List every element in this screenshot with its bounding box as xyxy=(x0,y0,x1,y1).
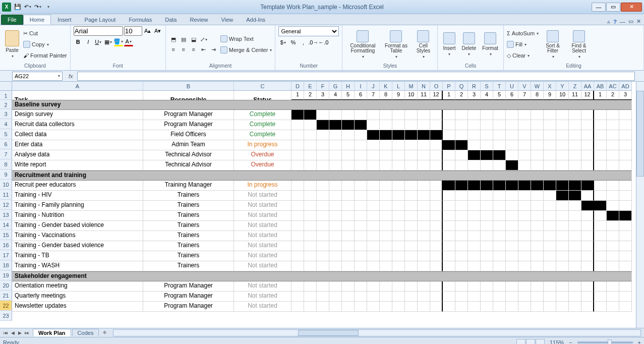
cell[interactable] xyxy=(405,302,418,312)
row-header[interactable]: 21 xyxy=(0,291,12,301)
row-header[interactable]: 2 xyxy=(0,100,12,109)
cell[interactable] xyxy=(607,211,619,221)
cell[interactable] xyxy=(355,130,367,140)
cell[interactable] xyxy=(569,120,581,130)
cell[interactable] xyxy=(392,181,405,191)
vertical-scrollbar[interactable] xyxy=(636,82,644,328)
cell[interactable] xyxy=(367,201,380,211)
cell[interactable] xyxy=(304,110,317,120)
cell[interactable] xyxy=(355,181,367,191)
cell[interactable] xyxy=(430,231,443,241)
cell[interactable] xyxy=(304,292,317,302)
cell[interactable] xyxy=(291,130,304,140)
undo-icon[interactable]: ↶▾ xyxy=(23,3,32,12)
cell[interactable] xyxy=(317,281,329,292)
col-header[interactable]: AC xyxy=(607,82,619,91)
cell[interactable] xyxy=(556,191,569,201)
cell[interactable] xyxy=(392,140,405,150)
cell[interactable] xyxy=(569,231,581,241)
cell[interactable]: Complete xyxy=(234,120,291,130)
cell[interactable] xyxy=(443,251,455,261)
cell[interactable] xyxy=(355,281,367,292)
worksheet[interactable]: ABCDEFGHIJKLMNOPQRSTUVWXYZAAABACAD 12345… xyxy=(0,82,644,328)
cell[interactable] xyxy=(355,120,367,130)
currency-icon[interactable]: $▾ xyxy=(278,38,287,47)
cell[interactable] xyxy=(518,140,531,150)
cell[interactable] xyxy=(380,292,392,302)
cell[interactable] xyxy=(607,150,619,160)
cell[interactable] xyxy=(380,140,392,150)
cell[interactable] xyxy=(304,181,317,191)
cell[interactable] xyxy=(468,130,481,140)
cell[interactable] xyxy=(607,130,619,140)
cell[interactable] xyxy=(329,181,342,191)
cell[interactable] xyxy=(518,231,531,241)
cell[interactable] xyxy=(581,130,594,140)
formula-bar[interactable] xyxy=(77,72,635,81)
cell[interactable] xyxy=(569,110,581,120)
cell[interactable] xyxy=(607,292,619,302)
cell[interactable]: Not started xyxy=(234,201,291,211)
cell[interactable] xyxy=(392,191,405,201)
cell[interactable] xyxy=(455,231,468,241)
cell[interactable] xyxy=(329,261,342,271)
cell[interactable] xyxy=(518,241,531,251)
cell[interactable] xyxy=(430,261,443,271)
cell[interactable] xyxy=(531,281,544,292)
cell[interactable]: Not started xyxy=(234,241,291,251)
cell[interactable] xyxy=(317,150,329,160)
hscroll-thumb[interactable] xyxy=(298,330,359,336)
cell[interactable] xyxy=(455,130,468,140)
cell[interactable] xyxy=(619,120,632,130)
tab-file[interactable]: File xyxy=(1,15,23,25)
cell[interactable]: Not started xyxy=(234,302,291,312)
cell[interactable] xyxy=(455,302,468,312)
cell[interactable] xyxy=(569,130,581,140)
cell[interactable] xyxy=(304,281,317,292)
cell[interactable]: 7 xyxy=(367,91,380,100)
cell[interactable]: Training - Gender based violence xyxy=(12,221,143,231)
cell[interactable] xyxy=(304,130,317,140)
cell[interactable] xyxy=(506,261,518,271)
cell[interactable] xyxy=(544,211,556,221)
cell[interactable]: Baseline survey xyxy=(12,100,632,110)
tab-data[interactable]: Data xyxy=(158,15,183,25)
workbook-restore-icon[interactable]: ▭ xyxy=(628,18,633,25)
cell[interactable] xyxy=(581,160,594,170)
cell[interactable] xyxy=(392,110,405,120)
cell[interactable] xyxy=(594,191,607,201)
cell[interactable] xyxy=(380,211,392,221)
tab-insert[interactable]: Insert xyxy=(51,15,78,25)
cell[interactable] xyxy=(392,261,405,271)
row-header[interactable]: 22 xyxy=(0,301,12,311)
cell[interactable] xyxy=(342,241,355,251)
cell[interactable]: Not started xyxy=(234,221,291,231)
cell[interactable] xyxy=(317,292,329,302)
cell[interactable] xyxy=(342,110,355,120)
cell[interactable] xyxy=(291,110,304,120)
prev-sheet-icon[interactable]: ◀ xyxy=(9,330,16,335)
col-header[interactable]: AA xyxy=(581,82,594,91)
cell[interactable] xyxy=(556,140,569,150)
cell[interactable] xyxy=(493,221,506,231)
cell[interactable]: Program Manager xyxy=(143,120,234,130)
cell[interactable] xyxy=(581,292,594,302)
cell[interactable] xyxy=(544,181,556,191)
cell[interactable]: Trainers xyxy=(143,251,234,261)
cell[interactable] xyxy=(544,160,556,170)
cell[interactable] xyxy=(556,241,569,251)
cell[interactable] xyxy=(329,251,342,261)
cell[interactable] xyxy=(443,120,455,130)
cell[interactable] xyxy=(367,211,380,221)
cell[interactable]: Orientation meeting xyxy=(12,281,143,292)
cell[interactable] xyxy=(531,120,544,130)
cell[interactable] xyxy=(430,110,443,120)
cell[interactable] xyxy=(619,261,632,271)
cell[interactable] xyxy=(556,292,569,302)
cell[interactable] xyxy=(607,160,619,170)
cell[interactable] xyxy=(581,241,594,251)
cell[interactable] xyxy=(455,211,468,221)
cell[interactable] xyxy=(430,130,443,140)
cell[interactable] xyxy=(619,281,632,292)
cell[interactable] xyxy=(291,241,304,251)
